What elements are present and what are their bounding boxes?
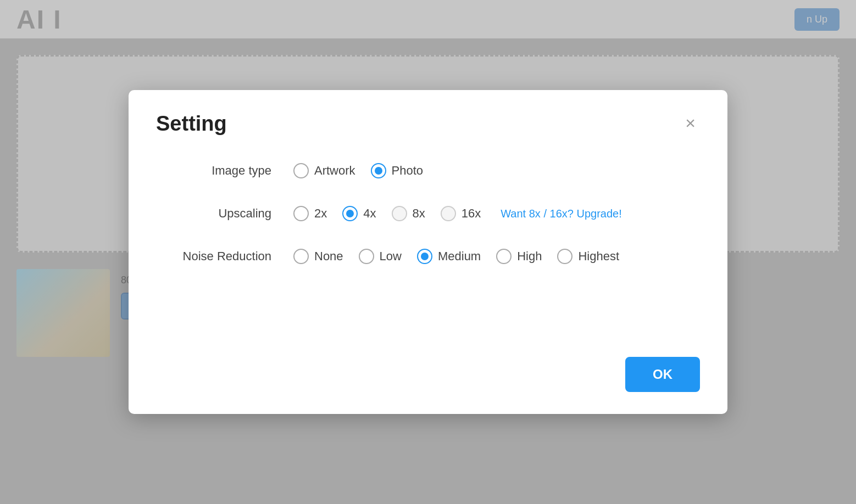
upscaling-4x-label: 4x xyxy=(363,206,376,221)
upscaling-2x-label: 2x xyxy=(314,206,327,221)
noise-reduction-row: Noise Reduction None Low Medium xyxy=(167,249,700,264)
upgrade-link[interactable]: Want 8x / 16x? Upgrade! xyxy=(501,208,622,220)
photo-label: Photo xyxy=(392,164,424,178)
upscaling-8x-label: 8x xyxy=(413,206,425,221)
noise-high-option[interactable]: High xyxy=(496,249,542,264)
modal-header: Setting × xyxy=(156,112,700,136)
image-type-options: Artwork Photo xyxy=(293,163,423,178)
image-type-label: Image type xyxy=(167,164,293,178)
noise-low-radio[interactable] xyxy=(359,249,374,264)
upscaling-options: 2x 4x 8x 16x Want 8x / 16x? Upgrade! xyxy=(293,206,622,221)
noise-high-label: High xyxy=(517,249,542,264)
modal-body: Image type Artwork Photo Upscaling xyxy=(156,163,700,335)
artwork-label: Artwork xyxy=(314,164,355,178)
image-type-artwork-option[interactable]: Artwork xyxy=(293,163,355,178)
upscaling-4x-radio[interactable] xyxy=(342,206,358,221)
close-button[interactable]: × xyxy=(681,112,700,134)
artwork-radio[interactable] xyxy=(293,163,309,178)
upscaling-16x-label: 16x xyxy=(462,206,481,221)
noise-medium-label: Medium xyxy=(438,249,481,264)
upscaling-row: Upscaling 2x 4x 8x xyxy=(167,206,700,221)
photo-radio[interactable] xyxy=(371,163,386,178)
noise-medium-radio[interactable] xyxy=(417,249,432,264)
noise-reduction-options: None Low Medium High xyxy=(293,249,619,264)
modal-overlay: Setting × Image type Artwork Photo xyxy=(0,0,856,504)
upscaling-2x-option[interactable]: 2x xyxy=(293,206,327,221)
noise-highest-radio[interactable] xyxy=(557,249,572,264)
upscaling-16x-option[interactable]: 16x xyxy=(441,206,481,221)
image-type-photo-option[interactable]: Photo xyxy=(371,163,424,178)
upscaling-4x-option[interactable]: 4x xyxy=(342,206,376,221)
noise-none-label: None xyxy=(314,249,343,264)
upscaling-2x-radio[interactable] xyxy=(293,206,309,221)
ok-button[interactable]: OK xyxy=(625,357,700,392)
noise-none-option[interactable]: None xyxy=(293,249,343,264)
noise-none-radio[interactable] xyxy=(293,249,309,264)
upscaling-16x-radio[interactable] xyxy=(441,206,456,221)
image-type-row: Image type Artwork Photo xyxy=(167,163,700,178)
noise-highest-option[interactable]: Highest xyxy=(557,249,619,264)
noise-low-label: Low xyxy=(380,249,402,264)
settings-modal: Setting × Image type Artwork Photo xyxy=(129,90,727,414)
noise-medium-option[interactable]: Medium xyxy=(417,249,481,264)
upscaling-label: Upscaling xyxy=(167,206,293,221)
modal-title: Setting xyxy=(156,112,227,136)
upscaling-8x-option[interactable]: 8x xyxy=(392,206,425,221)
upscaling-8x-radio[interactable] xyxy=(392,206,407,221)
noise-low-option[interactable]: Low xyxy=(359,249,402,264)
noise-high-radio[interactable] xyxy=(496,249,512,264)
noise-highest-label: Highest xyxy=(578,249,619,264)
noise-reduction-label: Noise Reduction xyxy=(167,249,293,264)
modal-footer: OK xyxy=(156,357,700,392)
